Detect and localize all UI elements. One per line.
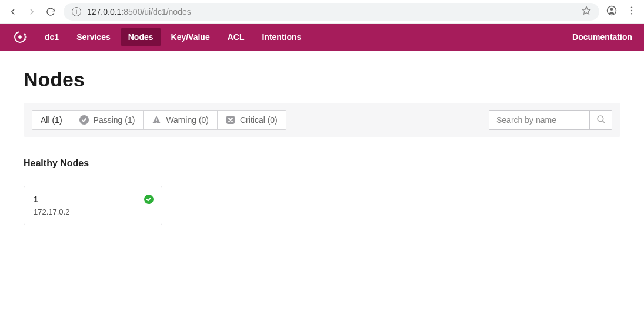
forward-button[interactable] xyxy=(26,6,38,18)
warning-triangle-icon xyxy=(152,115,161,125)
svg-rect-13 xyxy=(156,122,158,123)
nav-services[interactable]: Services xyxy=(69,28,118,46)
profile-icon[interactable] xyxy=(606,5,617,18)
svg-point-2 xyxy=(610,8,613,11)
site-info-icon[interactable]: i xyxy=(72,7,81,16)
filter-all-label: All (1) xyxy=(41,115,62,125)
svg-point-5 xyxy=(631,13,632,14)
healthy-nodes-list: 1 172.17.0.2 xyxy=(24,186,620,225)
search-button[interactable] xyxy=(589,111,612,129)
svg-line-16 xyxy=(602,121,605,123)
filter-critical-label: Critical (0) xyxy=(240,115,278,125)
svg-point-7 xyxy=(18,35,22,39)
svg-marker-0 xyxy=(582,6,590,14)
nav-intentions[interactable]: Intentions xyxy=(255,28,308,46)
search-icon xyxy=(596,114,606,126)
nav-nodes[interactable]: Nodes xyxy=(121,28,161,46)
svg-point-3 xyxy=(631,6,632,8)
documentation-link[interactable]: Documentation xyxy=(572,32,632,42)
address-bar[interactable]: i 127.0.0.1:8500/ui/dc1/nodes xyxy=(64,3,599,21)
x-square-icon xyxy=(226,115,235,125)
search-input[interactable] xyxy=(489,111,589,129)
svg-point-4 xyxy=(631,9,632,11)
filter-passing[interactable]: Passing (1) xyxy=(71,111,144,129)
nav-key-value[interactable]: Key/Value xyxy=(164,28,217,46)
filter-bar: All (1) Passing (1) Warning (0) Critical… xyxy=(24,103,620,137)
datacenter-selector[interactable]: dc1 xyxy=(38,28,66,46)
browser-toolbar: i 127.0.0.1:8500/ui/dc1/nodes xyxy=(0,0,644,24)
address-text: 127.0.0.1:8500/ui/dc1/nodes xyxy=(87,7,576,16)
svg-point-15 xyxy=(598,116,603,122)
healthy-nodes-heading: Healthy Nodes xyxy=(24,158,620,175)
check-circle-icon xyxy=(79,115,89,125)
status-passing-icon xyxy=(144,195,154,204)
svg-rect-12 xyxy=(156,119,158,122)
consul-logo-icon[interactable] xyxy=(12,29,28,45)
app-header: dc1 Services Nodes Key/Value ACL Intenti… xyxy=(0,24,644,51)
filter-all[interactable]: All (1) xyxy=(32,111,71,129)
reload-button[interactable] xyxy=(45,6,56,18)
filter-warning-label: Warning (0) xyxy=(166,115,209,125)
filter-passing-label: Passing (1) xyxy=(94,115,135,125)
filter-tabs: All (1) Passing (1) Warning (0) Critical… xyxy=(32,110,286,130)
svg-point-9 xyxy=(26,36,27,38)
filter-warning[interactable]: Warning (0) xyxy=(144,111,218,129)
svg-point-10 xyxy=(25,39,26,40)
page-title: Nodes xyxy=(24,68,620,91)
bookmark-icon[interactable] xyxy=(582,6,591,17)
back-button[interactable] xyxy=(7,6,19,18)
search-wrap xyxy=(489,110,612,130)
node-name: 1 xyxy=(34,195,152,204)
node-card[interactable]: 1 172.17.0.2 xyxy=(24,186,162,225)
filter-critical[interactable]: Critical (0) xyxy=(218,111,286,129)
browser-menu-icon[interactable] xyxy=(626,5,637,18)
nav-acl[interactable]: ACL xyxy=(221,28,252,46)
svg-point-8 xyxy=(25,34,26,35)
page-content: Nodes All (1) Passing (1) Warning (0) xyxy=(0,51,644,243)
node-address: 172.17.0.2 xyxy=(34,208,152,216)
